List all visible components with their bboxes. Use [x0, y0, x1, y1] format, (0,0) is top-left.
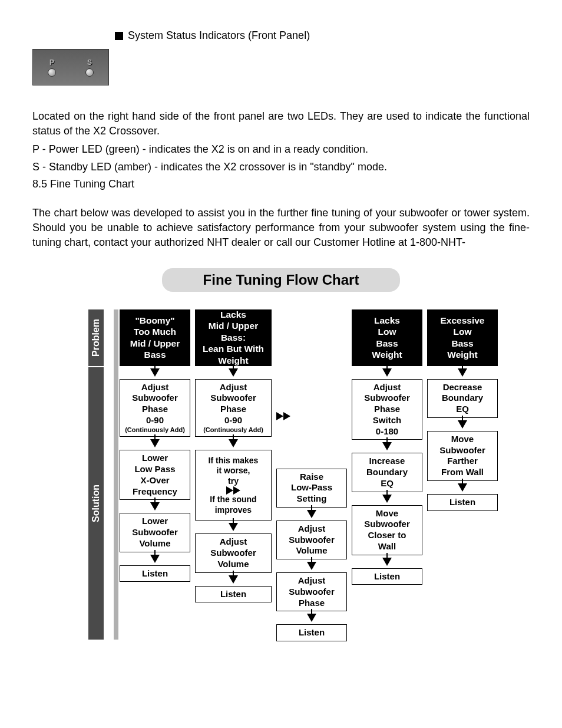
solution-box-2-4: Listen	[195, 586, 272, 603]
problem-box-1: "Boomy" Too Much Mid / Upper Bass	[120, 309, 190, 366]
solution-box-3-1: Adjust Subwoofer Phase Switch 0-180	[352, 379, 422, 440]
arrow-down-icon	[229, 439, 238, 447]
arrow-down-icon	[382, 442, 392, 450]
column-1: "Boomy" Too Much Mid / Upper Bass Adjust…	[120, 309, 190, 582]
solution-box-1-1: Adjust Subwoofer Phase 0-90(Continuously…	[120, 379, 190, 437]
problem-box-2: Lacks Mid / Upper Bass: Lean But With We…	[195, 309, 272, 366]
branch-box-2: Adjust Subwoofer Volume	[276, 521, 347, 559]
solution-box-4-1: Decrease Boundary EQ	[427, 379, 498, 418]
side-label-solution: Solution	[88, 367, 104, 640]
arrow-right-icon	[226, 486, 240, 495]
led-p-icon	[48, 68, 56, 77]
problem-box-3: Lacks Low Bass Weight	[352, 309, 422, 366]
paragraph-chart-intro: The chart below was developed to assist …	[32, 206, 530, 251]
chart-title-wrap: Fine Tuning Flow Chart	[32, 268, 530, 292]
chart-title: Fine Tuning Flow Chart	[203, 272, 359, 288]
led-p-label: P	[48, 58, 56, 67]
arrow-right-icon	[276, 412, 290, 420]
solution-box-4-3: Listen	[427, 494, 498, 511]
paragraph-intro: Located on the right hand side of the fr…	[32, 109, 530, 139]
arrow-down-icon	[458, 420, 467, 429]
arrow-down-icon	[150, 555, 160, 563]
led-p-block: P	[48, 58, 56, 77]
solution-box-1-3: Lower Subwoofer Volume	[120, 513, 190, 552]
column-4: Excessive Low Bass Weight Decrease Bound…	[427, 309, 498, 511]
branch-box-4: Listen	[276, 624, 347, 641]
arrow-down-icon	[458, 368, 467, 377]
column-2: Lacks Mid / Upper Bass: Lean But With We…	[195, 309, 272, 603]
branch-box-1: Raise Low-Pass Setting	[276, 469, 347, 508]
solution-branch-box: If this makes it worse, try If the sound…	[195, 450, 272, 521]
arrow-down-icon	[150, 368, 160, 377]
arrow-down-icon	[307, 510, 316, 518]
arrow-down-icon	[458, 483, 467, 492]
arrow-down-icon	[229, 368, 238, 377]
arrow-down-icon	[307, 562, 316, 570]
solution-box-4-2: Move Subwoofer Farther From Wall	[427, 431, 498, 481]
arrow-down-icon	[307, 614, 316, 622]
arrow-down-icon	[382, 368, 392, 377]
arrow-down-icon	[150, 439, 160, 447]
solution-box-3-2: Increase Boundary EQ	[352, 453, 422, 492]
led-s-label: S	[85, 58, 94, 67]
solution-box-2-1: Adjust Subwoofer Phase 0-90(Continuously…	[195, 379, 272, 437]
section-heading: System Status Indicators (Front Panel)	[115, 29, 530, 42]
solution-box-3-4: Listen	[352, 568, 422, 585]
line-standby-led: S - Standby LED (amber) - indicates the …	[32, 160, 530, 174]
section-title: System Status Indicators (Front Panel)	[128, 29, 310, 42]
arrow-down-icon	[382, 495, 392, 503]
arrow-down-icon	[382, 558, 392, 566]
flow-chart: Problem Solution "Boomy" Too Much Mid / …	[32, 309, 530, 699]
solution-box-2-3: Adjust Subwoofer Volume	[195, 533, 272, 572]
arrow-down-icon	[229, 575, 238, 584]
gray-divider-bar	[114, 309, 118, 640]
led-s-block: S	[85, 58, 94, 77]
solution-box-1-4: Listen	[120, 565, 190, 582]
solution-box-3-3: Move Subwoofer Closer to Wall	[352, 505, 422, 555]
front-panel-illustration: P S	[32, 49, 109, 85]
side-label-problem: Problem	[88, 309, 104, 366]
line-section-85: 8.5 Fine Tuning Chart	[32, 177, 530, 192]
column-2b: Raise Low-Pass Setting Adjust Subwoofer …	[276, 309, 347, 642]
arrow-down-icon	[229, 523, 238, 531]
problem-box-4: Excessive Low Bass Weight	[427, 309, 498, 366]
branch-box-3: Adjust Subwoofer Phase	[276, 572, 347, 611]
arrow-down-icon	[150, 502, 160, 510]
line-power-led: P - Power LED (green) - indicates the X2…	[32, 142, 530, 157]
bullet-square-icon	[115, 32, 123, 40]
led-s-icon	[85, 68, 94, 77]
column-3: Lacks Low Bass Weight Adjust Subwoofer P…	[352, 309, 422, 585]
solution-box-1-2: Lower Low Pass X-Over Frequency	[120, 450, 190, 500]
